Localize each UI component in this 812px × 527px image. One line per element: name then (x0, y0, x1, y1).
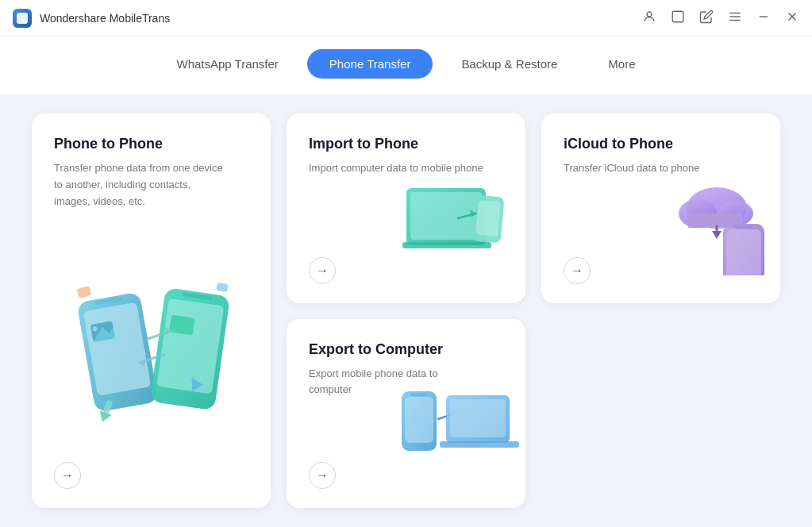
card-icloud-arrow[interactable]: → (564, 257, 591, 284)
svg-rect-29 (402, 242, 491, 248)
card-icloud-title: iCloud to Phone (564, 136, 758, 152)
export-illustration (392, 379, 519, 483)
svg-rect-39 (726, 229, 761, 275)
tab-whatsapp-transfer[interactable]: WhatsApp Transfer (154, 49, 300, 79)
svg-rect-31 (475, 199, 501, 236)
card-phone-to-phone-desc: Transfer phone data from one device to a… (54, 160, 229, 210)
tab-more[interactable]: More (586, 49, 657, 79)
svg-rect-40 (735, 225, 752, 229)
profile-icon[interactable] (642, 10, 656, 26)
card-phone-to-phone[interactable]: Phone to Phone Transfer phone data from … (32, 113, 271, 508)
svg-rect-28 (410, 192, 482, 240)
svg-rect-43 (410, 393, 426, 396)
svg-rect-47 (440, 441, 519, 448)
tab-backup-restore[interactable]: Backup & Restore (439, 49, 579, 79)
app-icon (13, 9, 32, 28)
window-icon[interactable] (671, 10, 685, 26)
icloud-illustration (653, 172, 776, 275)
card-export-to-computer[interactable]: Export to Computer Export mobile phone d… (287, 319, 525, 509)
import-illustration (398, 172, 518, 275)
svg-marker-37 (712, 231, 722, 239)
svg-rect-21 (77, 286, 92, 298)
card-import-arrow[interactable]: → (309, 257, 336, 284)
card-icloud-to-phone[interactable]: iCloud to Phone Transfer iCloud data to … (541, 113, 780, 303)
svg-rect-42 (405, 397, 433, 443)
card-import-title: Import to Phone (309, 136, 503, 152)
svg-marker-26 (97, 410, 112, 424)
menu-icon[interactable] (728, 10, 742, 26)
card-export-arrow[interactable]: → (309, 462, 336, 489)
card-import-to-phone[interactable]: Import to Phone Import computer data to … (287, 113, 525, 303)
card-export-title: Export to Computer (309, 341, 503, 358)
title-bar-controls (642, 10, 799, 26)
svg-rect-22 (216, 283, 229, 292)
app-title: Wondershare MobileTrans (40, 12, 170, 25)
card-phone-to-phone-title: Phone to Phone (54, 136, 248, 152)
svg-point-0 (647, 12, 652, 17)
svg-rect-1 (672, 11, 683, 22)
minimize-icon[interactable] (756, 10, 771, 26)
title-bar: Wondershare MobileTrans (0, 0, 812, 37)
close-icon[interactable] (785, 10, 799, 26)
tab-phone-transfer[interactable]: Phone Transfer (307, 49, 433, 79)
main-content: Phone to Phone Transfer phone data from … (0, 94, 812, 527)
svg-rect-18 (169, 315, 195, 336)
nav-bar: WhatsApp Transfer Phone Transfer Backup … (0, 37, 812, 94)
title-bar-left: Wondershare MobileTrans (13, 9, 170, 28)
svg-rect-46 (450, 399, 506, 437)
edit-icon[interactable] (699, 10, 714, 26)
card-phone-to-phone-arrow[interactable]: → (54, 462, 81, 489)
phone-to-phone-illustration (62, 248, 252, 430)
